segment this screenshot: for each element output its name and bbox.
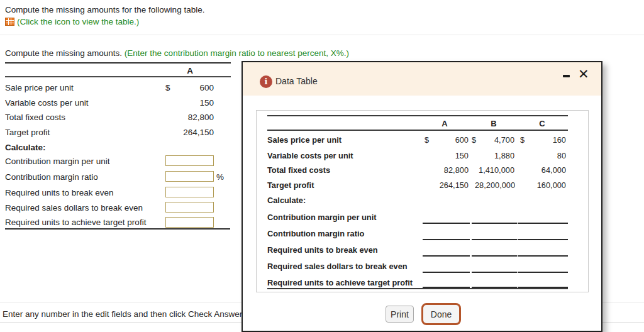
table-icon-cell (9, 21, 11, 23)
row-label: Total fixed costs (5, 113, 65, 122)
blank-cell-underline (472, 223, 517, 224)
blank-row-label: Contribution margin ratio (267, 230, 364, 238)
info-circle-icon: i (260, 75, 272, 88)
answer-row-label: Required sales dollars to break even (5, 203, 143, 213)
table-icon-caption: (Click the icon to view the table.) (17, 17, 139, 26)
blank-cell-underline (518, 223, 568, 224)
column-header-b: B (481, 119, 506, 128)
cell-value: 64,000 (523, 166, 566, 175)
cell-value: 1,410,000 (475, 166, 514, 175)
table-icon-cell (11, 18, 14, 20)
divider (0, 35, 644, 35)
table-icon[interactable] (5, 18, 14, 26)
blank-row-label: Required units to achieve target profit (267, 279, 413, 287)
instruction-line: Compute the missing amounts. (Enter the … (5, 48, 349, 58)
left-table-bottom-rule (5, 228, 230, 230)
table-bottom-rule (267, 288, 568, 289)
row-label: Variable costs per unit (5, 98, 89, 108)
row-value: 264,150 (170, 128, 214, 137)
table-header-rule (267, 130, 568, 131)
blank-cell-underline (423, 272, 470, 273)
data-table-modal: i Data Table ✕ A B C Sales price per uni… (242, 61, 602, 332)
row-label: Sales price per unit (267, 136, 341, 145)
row-value: 82,800 (170, 113, 214, 122)
table-icon-cell (6, 18, 8, 20)
blank-cell-underline (472, 239, 517, 240)
table-icon-cell (6, 21, 8, 23)
data-table-container: A B C Sales price per unit $ 600 $ 4,700… (256, 110, 589, 292)
cell-value: 80 (523, 152, 566, 160)
blank-row-label: Required sales dollars to break even (267, 262, 408, 271)
cell-value: 150 (428, 152, 469, 160)
blank-cell-underline (518, 239, 568, 240)
table-icon-cell (6, 23, 8, 25)
answer-input-required-units-target-profit[interactable] (165, 217, 214, 228)
row-label: Target profit (5, 128, 50, 137)
close-icon[interactable]: ✕ (578, 67, 589, 82)
cell-value: 82,800 (428, 166, 469, 175)
left-table-column-header: A (177, 66, 203, 75)
print-button[interactable]: Print (386, 306, 414, 323)
column-header-c: C (530, 119, 555, 128)
answer-row-label: Contribution margin ratio (5, 172, 98, 182)
blank-cell-underline (472, 272, 517, 273)
footer-hint: Enter any number in the edit fields and … (3, 309, 242, 319)
minimize-icon[interactable] (563, 75, 570, 77)
table-top-rule (267, 115, 568, 116)
table-icon-cell (9, 18, 11, 20)
calculate-label: Calculate: (267, 196, 306, 205)
answer-input-contribution-margin-per-unit[interactable] (165, 155, 214, 166)
answer-row-label: Required units to break even (5, 188, 114, 197)
row-value: 600 (170, 83, 214, 92)
question-title: Compute the missing amounts for the foll… (5, 5, 204, 14)
modal-header: i Data Table ✕ (243, 62, 601, 96)
blank-row-label: Contribution margin per unit (267, 213, 376, 222)
row-label: Sale price per unit (5, 83, 74, 92)
row-label: Target profit (267, 181, 314, 190)
row-label: Total fixed costs (267, 166, 330, 175)
cell-value: 160 (523, 136, 566, 145)
row-label: Variable costs per unit (267, 152, 353, 160)
blank-cell-underline (423, 255, 470, 257)
table-icon-cell (11, 23, 14, 25)
instruction-note: (Enter the contribution margin ratio to … (125, 48, 349, 58)
cell-value: 4,700 (475, 136, 514, 145)
blank-row-label: Required units to break even (267, 246, 378, 255)
blank-cell-underline (472, 255, 517, 257)
table-icon-cell (11, 21, 14, 23)
percent-suffix: % (216, 172, 224, 182)
blank-cell-underline (423, 223, 470, 224)
blank-cell-underline (518, 272, 568, 273)
cell-value: 28,200,000 (475, 181, 514, 190)
answer-input-required-sales-dollars-break-even[interactable] (165, 202, 214, 213)
left-table-top-rule (5, 62, 231, 64)
answer-input-contribution-margin-ratio[interactable] (165, 171, 214, 182)
cell-value: 160,000 (523, 181, 566, 190)
table-icon-cell (9, 23, 11, 25)
done-button[interactable]: Done (421, 303, 461, 325)
cell-value: 1,880 (475, 152, 514, 160)
left-table-header-rule (5, 76, 231, 77)
instruction-text: Compute the missing amounts. (5, 48, 125, 58)
modal-title: Data Table (275, 76, 318, 86)
answer-input-required-units-break-even[interactable] (165, 187, 214, 197)
cell-value: 600 (428, 136, 469, 145)
calculate-label: Calculate: (5, 143, 46, 152)
answer-row-label: Required units to achieve target profit (5, 218, 146, 227)
row-value: 150 (170, 98, 214, 108)
blank-cell-underline (518, 255, 568, 257)
cell-value: 264,150 (428, 181, 469, 190)
blank-cell-underline (423, 239, 470, 240)
answer-row-label: Contribution margin per unit (5, 157, 110, 166)
column-header-a: A (432, 119, 457, 128)
